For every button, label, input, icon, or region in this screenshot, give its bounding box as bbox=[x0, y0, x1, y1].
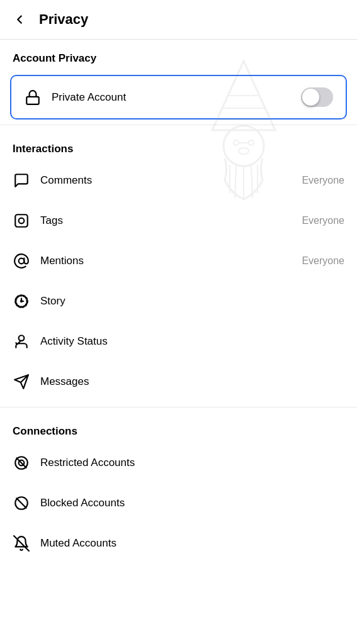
muted-label: Muted Accounts bbox=[40, 537, 116, 550]
tags-row[interactable]: Tags Everyone bbox=[0, 201, 357, 241]
activity-status-left: Activity Status bbox=[13, 333, 108, 350]
interactions-section: Interactions C bbox=[0, 130, 357, 402]
page-title: Privacy bbox=[39, 11, 88, 28]
comments-value: Everyone bbox=[302, 175, 344, 186]
tag-icon bbox=[13, 212, 30, 230]
muted-icon bbox=[13, 535, 30, 552]
messages-icon bbox=[13, 373, 30, 391]
divider-2 bbox=[0, 407, 357, 408]
muted-left: Muted Accounts bbox=[13, 535, 116, 552]
story-left: Story bbox=[13, 292, 65, 310]
connections-section: Connections Restricted Accounts bbox=[0, 413, 357, 564]
tags-left: Tags bbox=[13, 212, 63, 230]
comments-label: Comments bbox=[40, 174, 92, 187]
comments-row[interactable]: Comments Everyone bbox=[0, 160, 357, 201]
svg-point-17 bbox=[19, 258, 25, 264]
mentions-label: Mentions bbox=[40, 255, 84, 267]
private-account-toggle[interactable] bbox=[301, 87, 333, 107]
toggle-slider bbox=[301, 87, 333, 107]
story-row[interactable]: Story bbox=[0, 281, 357, 321]
activity-status-icon bbox=[13, 333, 30, 350]
blocked-left: Blocked Accounts bbox=[13, 494, 125, 512]
lock-icon bbox=[24, 89, 42, 106]
blocked-accounts-row[interactable]: Blocked Accounts bbox=[0, 483, 357, 523]
messages-label: Messages bbox=[40, 375, 89, 388]
comments-left: Comments bbox=[13, 172, 92, 189]
divider-1 bbox=[0, 125, 357, 125]
restricted-icon bbox=[13, 454, 30, 472]
messages-left: Messages bbox=[13, 373, 89, 391]
restricted-accounts-row[interactable]: Restricted Accounts bbox=[0, 443, 357, 483]
svg-rect-15 bbox=[15, 214, 28, 227]
svg-line-30 bbox=[14, 536, 29, 551]
tags-label: Tags bbox=[40, 214, 63, 227]
header: Privacy bbox=[0, 0, 357, 40]
svg-point-21 bbox=[21, 301, 22, 302]
connections-label: Connections bbox=[0, 413, 357, 443]
restricted-left: Restricted Accounts bbox=[13, 454, 135, 472]
blocked-label: Blocked Accounts bbox=[40, 497, 125, 509]
mentions-value: Everyone bbox=[302, 255, 344, 267]
interactions-label: Interactions bbox=[0, 130, 357, 160]
private-account-left: Private Account bbox=[24, 89, 126, 106]
svg-point-23 bbox=[19, 335, 25, 341]
activity-status-label: Activity Status bbox=[40, 335, 108, 348]
blocked-icon bbox=[13, 494, 30, 512]
account-privacy-section: Account Privacy Private Account bbox=[0, 40, 357, 119]
private-account-row[interactable]: Private Account bbox=[10, 75, 347, 119]
private-account-label: Private Account bbox=[52, 91, 126, 104]
restricted-label: Restricted Accounts bbox=[40, 457, 135, 469]
mention-icon bbox=[13, 252, 30, 270]
story-icon bbox=[13, 292, 30, 310]
messages-row[interactable]: Messages bbox=[0, 362, 357, 402]
mentions-row[interactable]: Mentions Everyone bbox=[0, 241, 357, 281]
svg-rect-0 bbox=[26, 96, 39, 104]
back-button[interactable] bbox=[13, 10, 31, 29]
svg-point-16 bbox=[19, 218, 25, 224]
svg-line-29 bbox=[16, 498, 26, 508]
activity-status-row[interactable]: Activity Status bbox=[0, 321, 357, 362]
muted-accounts-row[interactable]: Muted Accounts bbox=[0, 523, 357, 564]
mentions-left: Mentions bbox=[13, 252, 84, 270]
account-privacy-label: Account Privacy bbox=[0, 40, 357, 70]
comment-icon bbox=[13, 172, 30, 189]
story-label: Story bbox=[40, 295, 65, 308]
tags-value: Everyone bbox=[302, 215, 344, 226]
